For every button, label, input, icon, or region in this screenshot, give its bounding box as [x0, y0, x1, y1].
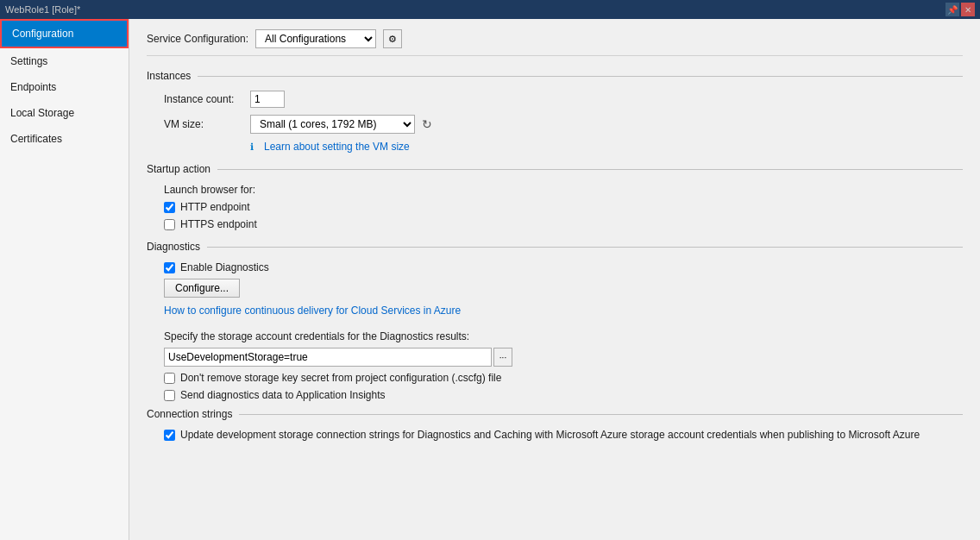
connection-strings-section-header: Connection strings [147, 408, 963, 420]
update-connection-strings-checkbox[interactable] [164, 430, 175, 441]
instances-section-title: Instances [147, 70, 191, 82]
service-config-bar: Service Configuration: All Configuration… [147, 29, 963, 56]
storage-input[interactable] [164, 348, 492, 367]
diagnostics-section-header: Diagnostics [147, 241, 963, 253]
connection-strings-section-title: Connection strings [147, 408, 232, 420]
vm-size-row: VM size: Small (1 cores, 1792 MB) ExtraS… [164, 115, 963, 134]
startup-section-title: Startup action [147, 163, 210, 175]
continuous-delivery-link[interactable]: How to configure continuous delivery for… [164, 305, 461, 317]
title-bar: WebRole1 [Role]* 📌 ✕ [0, 0, 980, 19]
diagnostics-section-title: Diagnostics [147, 241, 200, 253]
title-bar-title: WebRole1 [Role]* [5, 4, 945, 15]
sidebar-item-local-storage[interactable]: Local Storage [0, 100, 129, 126]
https-endpoint-label: HTTPS endpoint [180, 218, 257, 230]
browse-button[interactable]: ··· [493, 348, 512, 367]
service-config-icon-btn[interactable]: ⚙ [383, 29, 402, 48]
instances-section-header: Instances [147, 70, 963, 82]
instance-count-row: Instance count: [164, 91, 963, 108]
https-endpoint-row: HTTPS endpoint [164, 218, 963, 230]
startup-section-line [217, 169, 963, 170]
main-container: Configuration Settings Endpoints Local S… [0, 19, 980, 540]
enable-diagnostics-checkbox[interactable] [164, 262, 175, 273]
learn-vm-link[interactable]: Learn about setting the VM size [264, 141, 410, 153]
instance-count-input[interactable] [250, 91, 285, 108]
content-area: Service Configuration: All Configuration… [129, 19, 980, 540]
send-diagnostics-checkbox[interactable] [164, 390, 175, 401]
connection-strings-section-line [239, 414, 963, 415]
learn-link-row: ℹ Learn about setting the VM size [250, 141, 963, 153]
http-endpoint-label: HTTP endpoint [180, 201, 250, 213]
update-connection-strings-label: Update development storage connection st… [180, 429, 920, 441]
configure-button[interactable]: Configure... [164, 279, 240, 298]
pin-button[interactable]: 📌 [945, 3, 959, 16]
dont-remove-storage-row: Don't remove storage key secret from pro… [164, 372, 963, 384]
instances-section-line [198, 76, 963, 77]
instance-count-label: Instance count: [164, 93, 250, 105]
sidebar: Configuration Settings Endpoints Local S… [0, 19, 129, 540]
http-endpoint-checkbox[interactable] [164, 202, 175, 213]
info-icon: ℹ [250, 141, 254, 153]
sidebar-item-endpoints[interactable]: Endpoints [0, 74, 129, 100]
launch-browser-label: Launch browser for: [164, 184, 963, 196]
dont-remove-storage-label: Don't remove storage key secret from pro… [180, 372, 501, 384]
enable-diagnostics-label: Enable Diagnostics [180, 261, 269, 273]
storage-description: Specify the storage account credentials … [164, 330, 963, 342]
http-endpoint-row: HTTP endpoint [164, 201, 963, 213]
diagnostics-section-line [207, 247, 963, 248]
browse-icon: ··· [499, 353, 506, 362]
update-connection-strings-row: Update development storage connection st… [164, 429, 963, 441]
send-diagnostics-row: Send diagnostics data to Application Ins… [164, 389, 963, 401]
vm-size-label: VM size: [164, 118, 250, 130]
vm-size-select[interactable]: Small (1 cores, 1792 MB) ExtraSmall (1 c… [250, 115, 415, 134]
title-bar-controls: 📌 ✕ [945, 3, 975, 16]
sidebar-item-certificates[interactable]: Certificates [0, 126, 129, 152]
settings-icon: ⚙ [388, 34, 397, 45]
service-config-label: Service Configuration: [147, 33, 248, 45]
storage-input-row: ··· [164, 348, 963, 367]
refresh-icon: ↻ [422, 117, 432, 131]
service-config-select[interactable]: All Configurations Cloud Local [255, 29, 376, 48]
sidebar-item-configuration[interactable]: Configuration [0, 19, 129, 48]
vm-refresh-button[interactable]: ↻ [418, 116, 436, 133]
startup-section-header: Startup action [147, 163, 963, 175]
dont-remove-storage-checkbox[interactable] [164, 373, 175, 384]
close-button[interactable]: ✕ [961, 3, 975, 16]
sidebar-item-settings[interactable]: Settings [0, 48, 129, 74]
https-endpoint-checkbox[interactable] [164, 219, 175, 230]
enable-diagnostics-row: Enable Diagnostics [164, 261, 963, 273]
send-diagnostics-label: Send diagnostics data to Application Ins… [180, 389, 386, 401]
